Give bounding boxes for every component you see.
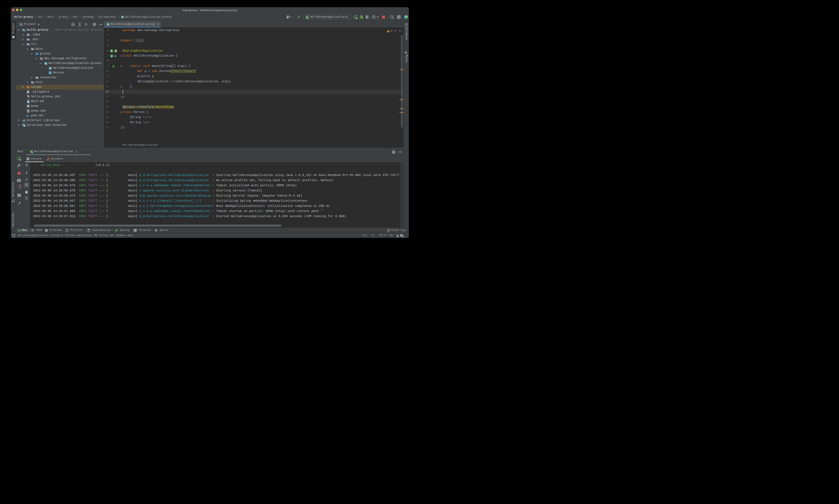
svg-text:C: C bbox=[49, 72, 51, 74]
svg-text:?: ? bbox=[401, 234, 403, 236]
svg-text:MD: MD bbox=[27, 102, 29, 103]
